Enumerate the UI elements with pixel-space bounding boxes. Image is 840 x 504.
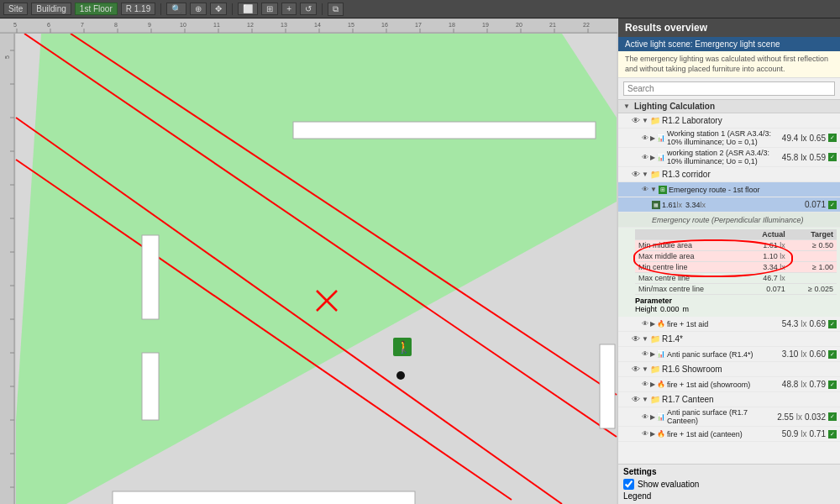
show-eval-row[interactable]: Show evaluation	[623, 478, 835, 491]
tree-panel[interactable]: ▼ Lighting Calculation 👁 ▼ 📁 R1.2 Labora…	[618, 100, 840, 464]
height-row: Height 0.000 m	[635, 305, 837, 313]
fire1-item[interactable]: 👁 ▶ 🔥 fire + 1st aid 54.3 lx 0.69 ✓	[618, 317, 840, 332]
er-v1: 1.61	[662, 201, 677, 209]
warning-text: The emergency lighting was calculated wi…	[618, 51, 840, 78]
eye-icon-r14: 👁	[632, 334, 640, 344]
calc-icon-r17a: 📊	[657, 413, 665, 421]
r16-item[interactable]: 👁 ▼ 📁 R1.6 Showroom	[618, 362, 840, 377]
ws2-v2: 0.59	[810, 153, 826, 162]
toolbar-fit[interactable]: ⬜	[238, 3, 258, 15]
row-min-centre: Min centre line 3.34 lx ≥ 1.00	[635, 262, 837, 273]
fire-cant-label: fire + 1st aid (canteen)	[667, 430, 782, 438]
er-item[interactable]: 👁 ▼ ⊞ Emergency route - 1st floor	[618, 182, 840, 197]
toolbar-window[interactable]: ⧉	[328, 3, 344, 16]
green-box-ws2: ✓	[828, 153, 837, 161]
toolbar-room[interactable]: R 1.19	[121, 3, 155, 15]
toolbar-move[interactable]: ✥	[210, 3, 227, 15]
er-icon: ⊞	[659, 186, 667, 194]
search-input[interactable]	[623, 81, 835, 96]
ws1-value: 49.4 lx 0.65 ✓	[782, 134, 837, 143]
er-v3-num: 0.071	[805, 200, 826, 209]
val-minmax: 0.071	[743, 284, 788, 295]
separator-3	[322, 3, 323, 15]
eye-icon-er: 👁	[642, 186, 648, 193]
show-eval-label: Show evaluation	[638, 480, 699, 489]
expand-arrow-ws1: ▶	[650, 134, 655, 142]
target-max-centre	[789, 273, 837, 284]
er-perp-label: Emergency route (Perpendicular Illuminan…	[618, 213, 840, 228]
eye-icon-r17a: 👁	[642, 413, 648, 421]
toolbar-refresh[interactable]: ↺	[300, 3, 317, 15]
active-scene-bar: Active light scene: Emergency light scen…	[618, 37, 840, 51]
green-box-f1: ✓	[828, 320, 837, 328]
r14-label: R1.4*	[662, 334, 683, 344]
toolbar-target[interactable]: ⊕	[190, 3, 207, 15]
svg-rect-39	[0, 34, 15, 504]
folder-icon-r16: 📁	[650, 365, 660, 374]
fire-show-item[interactable]: 👁 ▶ 🔥 fire + 1st aid (showroom) 48.8 lx …	[618, 377, 840, 392]
ws1-item[interactable]: 👁 ▶ 📊 Working station 1 (ASR A3.4/3: 10%…	[618, 129, 840, 148]
r17anti-item[interactable]: 👁 ▶ 📊 Anti panic surface (R1.7 Canteen) …	[618, 407, 840, 427]
svg-text:16: 16	[381, 22, 388, 28]
wall-right-1	[600, 344, 615, 428]
param-label: Parameter	[635, 297, 837, 305]
er-detail-table: Actual Target Min middle area 1.61 lx ≥ …	[635, 229, 837, 295]
row-max-centre: Max centre line 46.7 lx	[635, 273, 837, 284]
expand-arrow-r14: ▼	[642, 335, 648, 343]
r14anti-item[interactable]: 👁 ▶ 📊 Anti panic surface (R1.4*) 3.10 lx…	[618, 347, 840, 362]
er-vals-row[interactable]: ▦ 1.61 lx 3.34 lx 0.071 ✓	[618, 197, 840, 213]
val-max-centre: 46.7 lx	[743, 273, 788, 284]
toolbar-building[interactable]: Building	[31, 3, 71, 15]
eye-icon-r17: 👁	[632, 395, 640, 404]
main-layout: 5 6 7 8 9 10 11 12 13 14 15 16 17 18 19 …	[0, 18, 840, 504]
r17anti-label: Anti panic surface (R1.7 Canteen)	[667, 408, 777, 425]
er-v2: 3.34	[685, 201, 701, 209]
fire-cant-value: 50.9 lx 0.71 ✓	[782, 429, 837, 438]
svg-text:14: 14	[314, 22, 321, 28]
ws2-value: 45.8 lx 0.59 ✓	[782, 153, 837, 162]
r14-item[interactable]: 👁 ▼ 📁 R1.4*	[618, 332, 840, 347]
param-section: Parameter Height 0.000 m	[635, 295, 837, 315]
height-value: 0.000	[660, 305, 680, 313]
svg-text:8: 8	[114, 22, 118, 28]
light-fixture[interactable]: 🚶	[393, 338, 412, 356]
folder-icon-r14: 📁	[650, 334, 660, 344]
eye-icon-r13: 👁	[632, 170, 640, 179]
expand-arrow-r14a: ▶	[650, 350, 655, 358]
toolbar-floor[interactable]: 1st Floor	[75, 3, 118, 15]
ws2-item[interactable]: 👁 ▶ 📊 working station 2 (ASR A3.4/3: 10%…	[618, 148, 840, 167]
fire-cant-item[interactable]: 👁 ▶ 🔥 fire + 1st aid (canteen) 50.9 lx 0…	[618, 427, 840, 442]
er-perp-text: Emergency route (Perpendicular Illuminan…	[652, 216, 804, 224]
floor-plan-svg[interactable]: 🚶	[15, 34, 617, 504]
eye-icon-ws2: 👁	[642, 154, 648, 161]
fire-icon-s: 🔥	[657, 381, 665, 388]
show-eval-checkbox[interactable]	[623, 479, 634, 490]
folder-icon-r12: 📁	[650, 116, 660, 125]
sensor-point	[396, 371, 405, 380]
right-panel: Results overview Active light scene: Eme…	[617, 18, 840, 504]
wall-left-2	[142, 353, 159, 420]
svg-text:6: 6	[47, 22, 50, 28]
expand-arrow-ws2: ▶	[650, 154, 655, 161]
eye-icon-r16: 👁	[632, 365, 640, 374]
separator-2	[232, 3, 233, 15]
col-target: Target	[789, 229, 837, 240]
r13-item[interactable]: 👁 ▼ 📁 R1.3 corridor	[618, 167, 840, 182]
height-label: Height	[635, 305, 657, 313]
floor-plan[interactable]: 5	[0, 34, 617, 504]
r17-item[interactable]: 👁 ▼ 📁 R1.7 Canteen	[618, 392, 840, 407]
toolbar-zoom[interactable]: 🔍	[166, 3, 186, 15]
r12-label: R1.2 Laboratory	[662, 116, 722, 125]
r12-item[interactable]: 👁 ▼ 📁 R1.2 Laboratory	[618, 113, 840, 129]
toolbar-site[interactable]: Site	[3, 3, 28, 15]
target-minmax: ≥ 0.025	[789, 284, 837, 295]
eye-icon-r14a: 👁	[642, 350, 648, 358]
fire1-value: 54.3 lx 0.69 ✓	[782, 319, 837, 328]
er-grid-icon: ▦	[652, 201, 660, 209]
toolbar-add[interactable]: +	[281, 3, 297, 15]
toolbar: Site Building 1st Floor R 1.19 🔍 ⊕ ✥ ⬜ ⊞…	[0, 0, 840, 18]
toolbar-grid[interactable]: ⊞	[261, 3, 278, 15]
fire-show-value: 48.8 lx 0.79 ✓	[782, 380, 837, 389]
label-minmax: Min/max centre line	[635, 284, 743, 295]
label-max-middle: Max middle area	[635, 251, 743, 262]
